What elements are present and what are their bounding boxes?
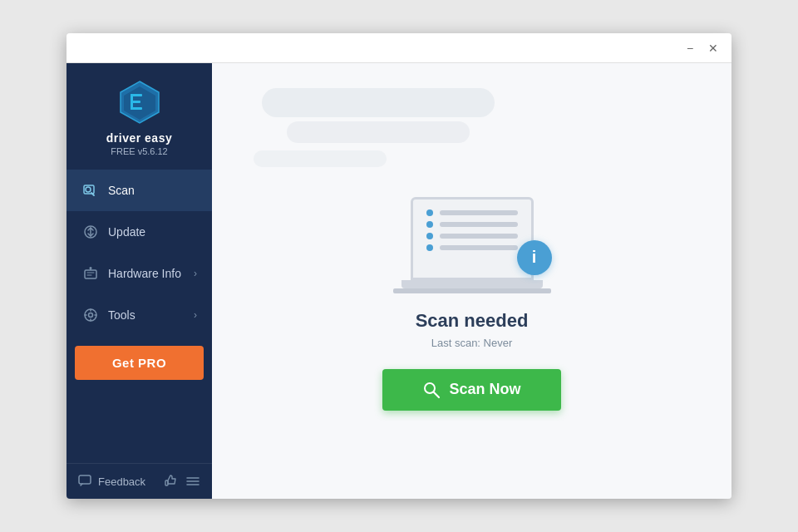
laptop-screen xyxy=(411,197,534,280)
screen-bar-1 xyxy=(440,210,518,215)
app-window: − ✕ driver easy FREE v5.6.12 xyxy=(66,33,732,499)
svg-rect-11 xyxy=(85,270,96,278)
sidebar-logo: driver easy FREE v5.6.12 xyxy=(66,63,212,170)
close-button[interactable]: ✕ xyxy=(702,37,725,60)
svg-point-17 xyxy=(89,313,93,318)
svg-point-12 xyxy=(90,267,92,269)
main-layout: driver easy FREE v5.6.12 Scan xyxy=(66,63,732,499)
scan-now-label: Scan Now xyxy=(449,381,520,398)
tools-icon xyxy=(81,306,100,324)
screen-dot-1 xyxy=(426,209,433,216)
tools-chevron-icon: › xyxy=(194,309,197,321)
thumbs-up-icon[interactable] xyxy=(164,474,179,489)
content-area: i Scan needed Last scan: Never Scan Now xyxy=(212,63,732,499)
bg-blob-1 xyxy=(262,88,495,117)
sidebar: driver easy FREE v5.6.12 Scan xyxy=(66,63,212,499)
svg-rect-23 xyxy=(165,480,168,485)
laptop-bottom xyxy=(393,288,551,293)
app-logo-icon xyxy=(117,80,162,125)
svg-point-7 xyxy=(86,187,91,192)
laptop-base xyxy=(401,280,543,288)
screen-bar-2 xyxy=(440,222,518,227)
title-bar: − ✕ xyxy=(66,33,732,63)
scan-illustration: i xyxy=(381,152,564,293)
sidebar-item-scan[interactable]: Scan xyxy=(66,170,212,211)
feedback-button[interactable]: Feedback xyxy=(78,474,145,489)
scan-icon xyxy=(81,181,100,200)
minimize-button[interactable]: − xyxy=(678,37,702,60)
laptop-screen-content xyxy=(413,200,531,258)
sidebar-item-update-label: Update xyxy=(108,225,197,239)
update-icon xyxy=(81,223,100,241)
svg-rect-22 xyxy=(79,475,91,484)
screen-dot-3 xyxy=(426,233,433,239)
screen-line-2 xyxy=(426,221,518,228)
feedback-chat-icon xyxy=(78,474,93,489)
menu-icon[interactable] xyxy=(185,474,200,489)
sidebar-item-update[interactable]: Update xyxy=(66,211,212,253)
scan-now-icon xyxy=(422,381,441,399)
screen-dot-2 xyxy=(426,221,433,228)
status-subtitle: Last scan: Never xyxy=(431,337,513,349)
feedback-label: Feedback xyxy=(98,475,145,488)
screen-dot-4 xyxy=(426,244,433,251)
sidebar-item-scan-label: Scan xyxy=(108,184,197,197)
svg-point-27 xyxy=(425,383,435,393)
bg-blob-2 xyxy=(287,121,470,143)
screen-bar-3 xyxy=(440,234,518,239)
logo-name: driver easy xyxy=(106,131,172,145)
scan-now-button[interactable]: Scan Now xyxy=(382,369,560,411)
screen-line-1 xyxy=(426,209,518,216)
sidebar-footer: Feedback xyxy=(66,463,212,499)
status-title: Scan needed xyxy=(416,310,529,332)
sidebar-item-tools-label: Tools xyxy=(108,308,194,322)
screen-line-3 xyxy=(426,233,518,239)
screen-bar-4 xyxy=(440,245,518,250)
svg-line-28 xyxy=(434,392,439,397)
hardware-info-icon xyxy=(81,264,100,283)
sidebar-item-hardware-info[interactable]: Hardware Info › xyxy=(66,253,212,294)
get-pro-button[interactable]: Get PRO xyxy=(75,346,204,380)
screen-line-4 xyxy=(426,244,518,251)
sidebar-item-hardware-info-label: Hardware Info xyxy=(108,267,194,280)
info-badge: i xyxy=(517,240,552,275)
hardware-info-chevron-icon: › xyxy=(194,268,197,279)
sidebar-item-tools[interactable]: Tools › xyxy=(66,294,212,336)
footer-action-icons xyxy=(164,474,200,489)
svg-rect-5 xyxy=(131,94,133,110)
logo-version: FREE v5.6.12 xyxy=(111,146,167,156)
bg-blob-3 xyxy=(254,150,387,167)
sidebar-nav: Scan Update xyxy=(66,170,212,463)
